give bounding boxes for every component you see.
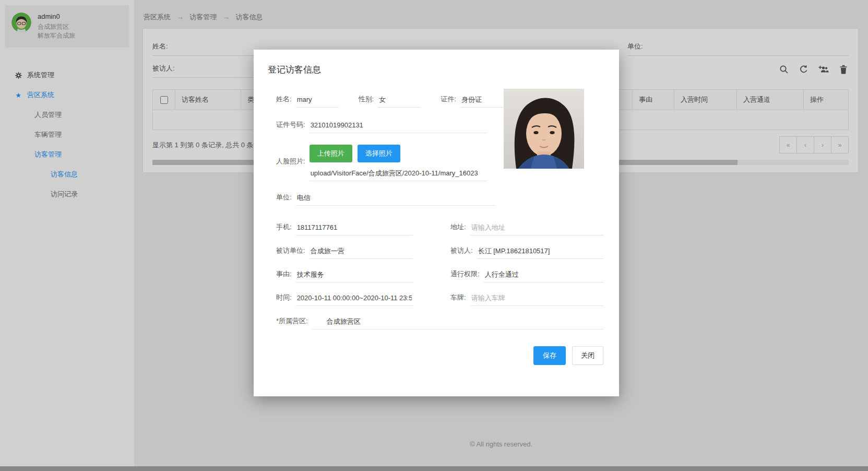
visited-person-label: 被访人:: [450, 246, 473, 259]
register-visitor-modal: 登记访客信息 姓名:: [254, 50, 619, 396]
choose-photo-button[interactable]: 选择照片: [358, 145, 400, 162]
gender-label: 性别:: [359, 95, 374, 108]
visited-unit-label: 被访单位:: [276, 246, 305, 259]
name-label: 姓名:: [276, 95, 292, 108]
face-photo-label: 人脸照片:: [276, 157, 305, 170]
close-button[interactable]: 关闭: [572, 346, 603, 365]
id-type-label: 证件:: [441, 95, 456, 108]
row-phone-address: 手机: 地址:: [276, 221, 603, 236]
visited-person-input[interactable]: [477, 245, 603, 259]
visited-unit-input[interactable]: [310, 245, 413, 259]
id-type-input[interactable]: [460, 93, 503, 108]
camp-label: *所属营区:: [276, 316, 308, 329]
upload-photo-button[interactable]: 上传照片: [310, 145, 352, 162]
phone-input[interactable]: [296, 221, 413, 236]
plate-input[interactable]: [470, 292, 603, 306]
modal-title: 登记访客信息: [254, 50, 619, 76]
unit-input[interactable]: [296, 192, 495, 206]
time-label: 时间:: [276, 293, 292, 306]
row-camp: *所属营区:: [276, 315, 603, 329]
save-button[interactable]: 保存: [533, 346, 566, 365]
phone-label: 手机:: [276, 222, 292, 236]
plate-label: 车牌:: [450, 293, 466, 306]
visitor-photo: [504, 89, 584, 169]
row-unit: 单位:: [276, 192, 603, 206]
time-input[interactable]: [296, 292, 413, 306]
access-label: 通行权限:: [450, 269, 480, 282]
address-label: 地址:: [450, 222, 466, 236]
name-input[interactable]: [296, 93, 339, 108]
reason-label: 事由:: [276, 269, 292, 282]
row-visited-unit-person: 被访单位: 被访人:: [276, 245, 603, 259]
modal-actions: 保存 关闭: [254, 335, 619, 365]
row-reason-access: 事由: 通行权限:: [276, 268, 603, 282]
gender-input[interactable]: [378, 93, 421, 108]
unit-label: 单位:: [276, 193, 292, 206]
id-number-input[interactable]: [310, 119, 487, 133]
id-number-label: 证件号码:: [276, 120, 305, 133]
address-input[interactable]: [470, 221, 603, 236]
camp-input[interactable]: [312, 315, 603, 329]
photo-path-input[interactable]: [310, 167, 487, 181]
row-time-plate: 时间: 车牌:: [276, 292, 603, 306]
access-input[interactable]: [484, 268, 603, 282]
reason-input[interactable]: [296, 268, 413, 282]
